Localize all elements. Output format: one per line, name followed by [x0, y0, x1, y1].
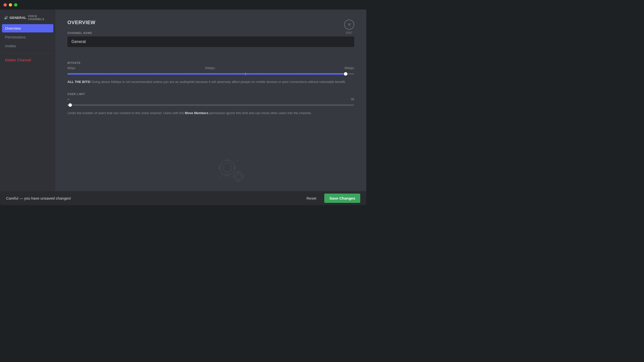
bitrate-warning: ALL THE BITS! Going above 64kbps is not … — [67, 79, 354, 84]
svg-rect-2 — [226, 159, 229, 161]
svg-line-12 — [218, 173, 225, 179]
app-container: 🔊 GENERAL VOICE CHANNELS Overview Permis… — [0, 10, 366, 205]
minimize-traffic-light[interactable] — [9, 3, 12, 7]
notification-bar: Careful — you have unsaved changes! Rese… — [0, 191, 366, 205]
bitrate-label: BITRATE — [67, 61, 354, 64]
user-limit-slider-track — [67, 104, 354, 106]
bitrate-section: BITRATE 8kbps 64kbps 96kbps ALL THE BITS… — [67, 61, 354, 84]
move-members-permission: Move Members — [185, 111, 209, 115]
sidebar-divider — [4, 53, 51, 53]
bitrate-slider-track — [67, 73, 354, 75]
main-content: ✕ ESC OVERVIEW CHANNEL NAME BITRATE 8kbp… — [55, 10, 366, 205]
maximize-traffic-light[interactable] — [14, 3, 17, 7]
sidebar-header: 🔊 GENERAL VOICE CHANNELS — [2, 14, 53, 24]
bitrate-slider-thumb[interactable] — [344, 72, 347, 76]
reset-button[interactable]: Reset — [302, 194, 320, 202]
sidebar-header-general: GENERAL — [10, 16, 26, 20]
title-bar — [0, 0, 366, 10]
svg-rect-3 — [226, 174, 229, 176]
bitrate-min-label: 8kbps — [67, 66, 75, 70]
sidebar-item-invites[interactable]: Invites — [2, 42, 53, 50]
save-changes-button[interactable]: Save Changes — [324, 194, 360, 203]
user-limit-slider-thumb[interactable] — [68, 103, 72, 107]
svg-rect-4 — [218, 166, 221, 169]
user-limit-label: USER LIMIT — [67, 93, 354, 96]
user-limit-info: Limits the number of users that can conn… — [67, 111, 354, 116]
svg-point-1 — [223, 163, 232, 172]
user-limit-labels: ∞ 99 — [67, 98, 354, 101]
voice-channel-icon: 🔊 — [4, 16, 8, 20]
bitrate-max-label: 96kbps — [344, 66, 354, 70]
sidebar-item-delete-channel[interactable]: Delete Channel — [2, 56, 53, 64]
sidebar-item-permissions[interactable]: Permissions — [2, 33, 53, 41]
svg-rect-5 — [233, 166, 236, 169]
user-limit-max-label: 99 — [351, 98, 354, 101]
svg-rect-8 — [237, 171, 240, 173]
close-traffic-light[interactable] — [4, 3, 7, 7]
user-limit-slider-container[interactable] — [67, 103, 354, 108]
channel-name-label: CHANNEL NAME — [67, 31, 354, 34]
svg-rect-9 — [237, 180, 240, 182]
section-divider — [67, 54, 354, 54]
user-limit-section: USER LIMIT ∞ 99 Limits the number of use… — [67, 93, 354, 116]
bitrate-slider-fill — [67, 73, 346, 75]
bitrate-mid-label: 64kbps — [205, 66, 215, 70]
bitrate-slider-tick — [245, 73, 246, 75]
svg-point-0 — [220, 160, 235, 175]
svg-rect-11 — [242, 175, 244, 178]
bitrate-slider-container[interactable] — [67, 71, 354, 76]
sidebar-header-sub: VOICE CHANNELS — [28, 15, 51, 21]
svg-text:✦: ✦ — [236, 159, 239, 163]
sidebar-item-overview[interactable]: Overview — [2, 24, 53, 32]
gear-illustration: ✦ — [206, 149, 256, 190]
svg-point-7 — [236, 174, 241, 179]
user-limit-min-label: ∞ — [67, 98, 70, 101]
svg-rect-10 — [233, 175, 235, 178]
close-button[interactable]: ✕ — [344, 20, 354, 30]
bitrate-labels: 8kbps 64kbps 96kbps — [67, 66, 354, 70]
page-title: OVERVIEW — [67, 20, 354, 25]
esc-label: ESC — [346, 31, 352, 34]
notification-text: Careful — you have unsaved changes! — [6, 196, 298, 200]
sidebar: 🔊 GENERAL VOICE CHANNELS Overview Permis… — [0, 10, 55, 205]
channel-name-input[interactable] — [67, 36, 354, 47]
